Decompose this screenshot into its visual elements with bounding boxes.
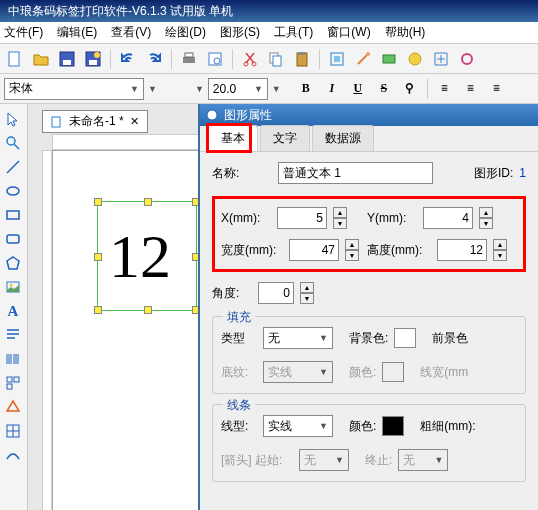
shape-icon[interactable] <box>2 396 24 418</box>
panel-title: 图形属性 <box>200 104 538 126</box>
menu-window[interactable]: 窗口(W) <box>327 24 370 41</box>
bold-button[interactable]: B <box>295 78 317 100</box>
curve-icon[interactable] <box>2 444 24 466</box>
linetype-label: 线型: <box>221 418 257 435</box>
bgcolor-swatch[interactable] <box>394 328 416 348</box>
angle-spinner[interactable]: ▲▼ <box>300 282 314 304</box>
tool-f-icon[interactable] <box>456 48 478 70</box>
svg-rect-15 <box>299 52 305 55</box>
link-icon[interactable]: ⚲ <box>399 78 421 100</box>
properties-panel: 图形属性 基本 文字 数据源 名称: 普通文本 1 图形ID: 1 X(mm):… <box>198 104 538 510</box>
patcolor-label: 颜色: <box>349 364 376 381</box>
align-right-icon[interactable]: ≡ <box>486 78 508 100</box>
font-select[interactable]: 宋体▼ <box>4 78 144 100</box>
filltype-select[interactable]: 无▼ <box>263 327 333 349</box>
tool-b-icon[interactable] <box>352 48 374 70</box>
document-tab[interactable]: 未命名-1 * ✕ <box>42 110 148 133</box>
linecolor-label: 颜色: <box>349 418 376 435</box>
menu-draw[interactable]: 绘图(D) <box>165 24 206 41</box>
tab-basic[interactable]: 基本 <box>208 125 258 151</box>
height-spinner[interactable]: ▲▼ <box>493 239 507 261</box>
roundrect-icon[interactable] <box>2 228 24 250</box>
svg-point-20 <box>462 54 472 64</box>
linecolor-swatch[interactable] <box>382 416 404 436</box>
svg-rect-31 <box>52 117 60 127</box>
table-icon[interactable] <box>2 420 24 442</box>
selection-box[interactable] <box>97 201 197 311</box>
rect-icon[interactable] <box>2 204 24 226</box>
align-left-icon[interactable]: ≡ <box>434 78 456 100</box>
tool-e-icon[interactable] <box>430 48 452 70</box>
svg-point-32 <box>207 110 217 120</box>
angle-input[interactable]: 0 <box>258 282 294 304</box>
tab-text[interactable]: 文字 <box>260 125 310 151</box>
menu-view[interactable]: 查看(V) <box>111 24 151 41</box>
new-icon[interactable] <box>4 48 26 70</box>
redo-icon[interactable] <box>143 48 165 70</box>
svg-rect-27 <box>7 377 12 382</box>
highlight-dimensions: X(mm): 5 ▲▼ Y(mm): 4 ▲▼ 宽度(mm): 47 ▲▼ 高度… <box>212 196 526 272</box>
svg-rect-4 <box>89 60 97 65</box>
italic-button[interactable]: I <box>321 78 343 100</box>
linewidth-label: 线宽(mm <box>420 364 468 381</box>
svg-rect-2 <box>63 60 71 65</box>
pointer-icon[interactable] <box>2 108 24 130</box>
x-spinner[interactable]: ▲▼ <box>333 207 347 229</box>
barcode-icon[interactable] <box>2 348 24 370</box>
width-input[interactable]: 47 <box>289 239 339 261</box>
svg-point-26 <box>10 284 13 287</box>
patcolor-swatch <box>382 362 404 382</box>
line-icon[interactable] <box>2 156 24 178</box>
strike-button[interactable]: S <box>373 78 395 100</box>
print-icon[interactable] <box>178 48 200 70</box>
svg-rect-23 <box>7 211 19 219</box>
ellipse-icon[interactable] <box>2 180 24 202</box>
menu-file[interactable]: 文件(F) <box>4 24 43 41</box>
tool-d-icon[interactable] <box>404 48 426 70</box>
pattern-label: 底纹: <box>221 364 257 381</box>
tool-c-icon[interactable] <box>378 48 400 70</box>
tab-datasource[interactable]: 数据源 <box>312 125 374 151</box>
height-input[interactable]: 12 <box>437 239 487 261</box>
paste-icon[interactable] <box>291 48 313 70</box>
saveas-icon[interactable] <box>82 48 104 70</box>
align-center-icon[interactable]: ≡ <box>460 78 482 100</box>
image-icon[interactable] <box>2 276 24 298</box>
polygon-icon[interactable] <box>2 252 24 274</box>
menu-bar: 文件(F) 编辑(E) 查看(V) 绘图(D) 图形(S) 工具(T) 窗口(W… <box>0 22 538 44</box>
y-input[interactable]: 4 <box>423 207 473 229</box>
underline-button[interactable]: U <box>347 78 369 100</box>
open-icon[interactable] <box>30 48 52 70</box>
line-title: 线条 <box>223 397 255 414</box>
richtext-icon[interactable] <box>2 324 24 346</box>
menu-edit[interactable]: 编辑(E) <box>57 24 97 41</box>
line-group: 线条 线型: 实线▼ 颜色: 粗细(mm): [箭头] 起始: 无▼ 终止: 无… <box>212 404 526 482</box>
fontsize-select[interactable]: 20.0▼ <box>208 78 268 100</box>
svg-rect-6 <box>183 57 195 63</box>
qrcode-icon[interactable] <box>2 372 24 394</box>
undo-icon[interactable] <box>117 48 139 70</box>
width-spinner[interactable]: ▲▼ <box>345 239 359 261</box>
close-tab-icon[interactable]: ✕ <box>130 115 139 128</box>
tool-a-icon[interactable] <box>326 48 348 70</box>
save-icon[interactable] <box>56 48 78 70</box>
menu-tool[interactable]: 工具(T) <box>274 24 313 41</box>
arrowend-label: 终止: <box>365 452 392 469</box>
menu-shape[interactable]: 图形(S) <box>220 24 260 41</box>
arrowstart-label: [箭头] 起始: <box>221 452 293 469</box>
x-input[interactable]: 5 <box>277 207 327 229</box>
svg-point-19 <box>409 53 421 65</box>
y-spinner[interactable]: ▲▼ <box>479 207 493 229</box>
menu-help[interactable]: 帮助(H) <box>385 24 426 41</box>
thickness-label: 粗细(mm): <box>420 418 475 435</box>
name-input[interactable]: 普通文本 1 <box>278 162 433 184</box>
preview-icon[interactable] <box>204 48 226 70</box>
text-icon[interactable]: A <box>2 300 24 322</box>
copy-icon[interactable] <box>265 48 287 70</box>
linetype-select[interactable]: 实线▼ <box>263 415 333 437</box>
id-label: 图形ID: <box>474 165 513 182</box>
svg-rect-13 <box>273 56 281 66</box>
canvas[interactable]: 12 <box>52 150 212 510</box>
zoom-icon[interactable] <box>2 132 24 154</box>
cut-icon[interactable] <box>239 48 261 70</box>
